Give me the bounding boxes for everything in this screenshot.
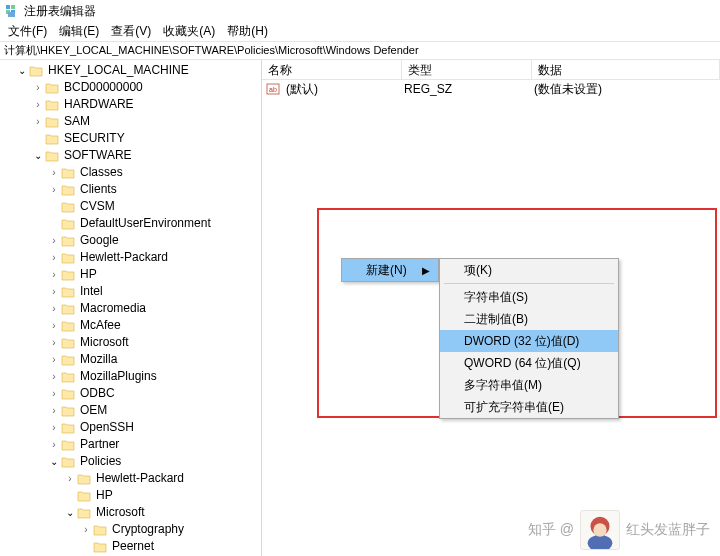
tree-item[interactable]: HP [0,487,261,504]
tree-item[interactable]: ›McAfee [0,317,261,334]
tree-item[interactable]: ›Macromedia [0,300,261,317]
chevron-right-icon[interactable]: › [32,96,44,113]
chevron-right-icon[interactable]: › [48,164,60,181]
menu-item[interactable]: 编辑(E) [53,21,105,42]
folder-icon [28,64,44,78]
tree-item[interactable]: ›OpenSSH [0,419,261,436]
tree-item[interactable]: ›Hewlett-Packard [0,470,261,487]
tree-item[interactable]: ›Google [0,232,261,249]
tree-item[interactable]: ›OEM [0,402,261,419]
context-menu-item[interactable]: DWORD (32 位)值(D) [440,330,618,352]
tree-item[interactable]: ›Cryptography [0,521,261,538]
tree-item-label: Intel [78,283,105,300]
cell-name: (默认) [280,81,398,98]
chevron-right-icon[interactable]: › [80,521,92,538]
tree-item[interactable]: ›Partner [0,436,261,453]
tree-item[interactable]: ›Intel [0,283,261,300]
context-menu-item[interactable]: 项(K) [440,259,618,281]
folder-icon [60,336,76,350]
tree-item-label: Mozilla [78,351,119,368]
address-bar[interactable]: 计算机\HKEY_LOCAL_MACHINE\SOFTWARE\Policies… [0,42,720,60]
chevron-right-icon[interactable]: › [48,300,60,317]
tree-item[interactable]: ›Mozilla [0,351,261,368]
tree-item[interactable]: ›HP [0,266,261,283]
tree-item[interactable]: ⌄HKEY_LOCAL_MACHINE [0,62,261,79]
context-menu-item[interactable]: 可扩充字符串值(E) [440,396,618,418]
chevron-down-icon[interactable]: ⌄ [64,504,76,521]
svg-rect-4 [8,12,15,17]
menu-item[interactable]: 收藏夹(A) [157,21,221,42]
tree-item[interactable]: ›BCD00000000 [0,79,261,96]
chevron-right-icon[interactable]: › [64,470,76,487]
chevron-right-icon[interactable]: › [32,113,44,130]
chevron-right-icon[interactable]: › [48,249,60,266]
col-header-name[interactable]: 名称 [262,60,402,79]
cell-type: REG_SZ [398,82,528,96]
tree-item[interactable]: CVSM [0,198,261,215]
tree-item-label: ODBC [78,385,117,402]
chevron-down-icon[interactable]: ⌄ [32,147,44,164]
chevron-right-icon[interactable]: › [48,232,60,249]
chevron-right-icon[interactable]: › [48,436,60,453]
folder-icon [44,149,60,163]
tree-item[interactable]: ⌄Microsoft [0,504,261,521]
col-header-type[interactable]: 类型 [402,60,532,79]
tree-item[interactable]: ›Classes [0,164,261,181]
tree-item-label: Partner [78,436,121,453]
list-row[interactable]: ab(默认)REG_SZ(数值未设置) [262,80,720,98]
context-menu-item[interactable]: 多字符串值(M) [440,374,618,396]
tree-item-label: Hewlett-Packard [78,249,170,266]
chevron-right-icon[interactable]: › [48,266,60,283]
tree-item[interactable]: DefaultUserEnvironment [0,215,261,232]
tree-item-label: DefaultUserEnvironment [78,215,213,232]
folder-icon [60,234,76,248]
chevron-right-icon[interactable]: › [48,402,60,419]
regedit-icon [4,3,20,19]
submenu-arrow-icon: ▶ [422,265,430,276]
context-menu-item[interactable]: 字符串值(S) [440,286,618,308]
menu-item[interactable]: 帮助(H) [221,21,274,42]
tree-item[interactable]: ⌄Policies [0,453,261,470]
col-header-data[interactable]: 数据 [532,60,720,79]
tree-item[interactable]: ›Hewlett-Packard [0,249,261,266]
chevron-right-icon[interactable]: › [48,334,60,351]
menu-item[interactable]: 文件(F) [2,21,53,42]
tree-pane[interactable]: ⌄HKEY_LOCAL_MACHINE›BCD00000000›HARDWARE… [0,60,262,556]
svg-rect-0 [6,5,10,9]
context-menu-item[interactable]: 二进制值(B) [440,308,618,330]
chevron-right-icon[interactable]: › [48,317,60,334]
cell-data: (数值未设置) [528,81,720,98]
tree-item[interactable]: ›SAM [0,113,261,130]
tree-item-label: Clients [78,181,119,198]
tree-item[interactable]: ›Clients [0,181,261,198]
list-pane[interactable]: 名称 类型 数据 ab(默认)REG_SZ(数值未设置) 新建(N) ▶ 项(K… [262,60,720,556]
context-submenu-new-type[interactable]: 项(K)字符串值(S)二进制值(B)DWORD (32 位)值(D)QWORD … [439,258,619,419]
tree-item[interactable]: ›HARDWARE [0,96,261,113]
tree-item[interactable]: SECURITY [0,130,261,147]
context-menu-new[interactable]: 新建(N) ▶ [341,258,439,282]
tree-item[interactable]: Peernet [0,538,261,555]
tree-item[interactable]: ›ODBC [0,385,261,402]
chevron-down-icon[interactable]: ⌄ [16,62,28,79]
svg-text:ab: ab [269,86,277,93]
watermark-avatar [580,510,620,550]
tree-item-label: BCD00000000 [62,79,145,96]
chevron-right-icon[interactable]: › [32,79,44,96]
folder-icon [60,319,76,333]
menu-separator [444,283,614,284]
tree-item[interactable]: ›MozillaPlugins [0,368,261,385]
chevron-down-icon[interactable]: ⌄ [48,453,60,470]
chevron-right-icon[interactable]: › [48,368,60,385]
context-menu-item[interactable]: QWORD (64 位)值(Q) [440,352,618,374]
menu-item[interactable]: 查看(V) [105,21,157,42]
tree-item[interactable]: ›Microsoft [0,334,261,351]
chevron-right-icon[interactable]: › [48,181,60,198]
folder-icon [60,455,76,469]
tree-item-label: McAfee [78,317,123,334]
chevron-right-icon[interactable]: › [48,385,60,402]
tree-item[interactable]: ⌄SOFTWARE [0,147,261,164]
context-menu-item-new[interactable]: 新建(N) ▶ [342,259,438,281]
chevron-right-icon[interactable]: › [48,351,60,368]
chevron-right-icon[interactable]: › [48,419,60,436]
chevron-right-icon[interactable]: › [48,283,60,300]
